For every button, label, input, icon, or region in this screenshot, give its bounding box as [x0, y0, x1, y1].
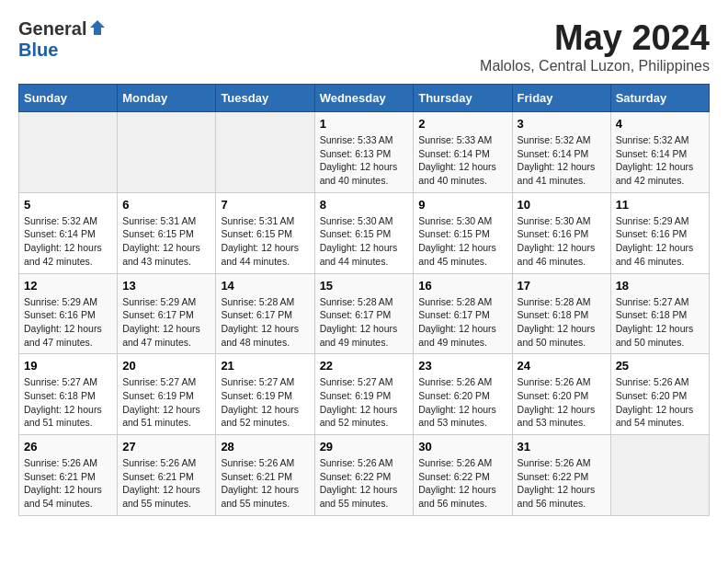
- calendar-cell: 7Sunrise: 5:31 AM Sunset: 6:15 PM Daylig…: [216, 192, 314, 273]
- column-header-thursday: Thursday: [414, 85, 512, 112]
- day-info: Sunrise: 5:26 AM Sunset: 6:21 PM Dayligh…: [221, 456, 309, 511]
- header-row: SundayMondayTuesdayWednesdayThursdayFrid…: [19, 85, 710, 112]
- day-info: Sunrise: 5:31 AM Sunset: 6:15 PM Dayligh…: [122, 214, 210, 269]
- day-info: Sunrise: 5:28 AM Sunset: 6:17 PM Dayligh…: [221, 295, 309, 350]
- calendar-cell: 26Sunrise: 5:26 AM Sunset: 6:21 PM Dayli…: [19, 435, 118, 516]
- day-info: Sunrise: 5:29 AM Sunset: 6:16 PM Dayligh…: [616, 214, 704, 269]
- calendar-cell: 3Sunrise: 5:32 AM Sunset: 6:14 PM Daylig…: [512, 112, 610, 193]
- day-info: Sunrise: 5:26 AM Sunset: 6:22 PM Dayligh…: [418, 456, 506, 511]
- day-number: 29: [320, 440, 409, 454]
- day-info: Sunrise: 5:28 AM Sunset: 6:17 PM Dayligh…: [320, 295, 409, 350]
- day-info: Sunrise: 5:30 AM Sunset: 6:15 PM Dayligh…: [418, 214, 506, 269]
- logo-blue: Blue: [18, 40, 58, 61]
- calendar-cell: 10Sunrise: 5:30 AM Sunset: 6:16 PM Dayli…: [512, 192, 610, 273]
- day-number: 24: [518, 359, 606, 373]
- location: Malolos, Central Luzon, Philippines: [480, 58, 710, 75]
- day-info: Sunrise: 5:27 AM Sunset: 6:19 PM Dayligh…: [122, 375, 210, 430]
- day-number: 27: [122, 440, 210, 454]
- calendar-cell: 22Sunrise: 5:27 AM Sunset: 6:19 PM Dayli…: [314, 354, 414, 435]
- day-number: 21: [221, 359, 309, 373]
- calendar-cell: 18Sunrise: 5:27 AM Sunset: 6:18 PM Dayli…: [610, 273, 709, 354]
- day-number: 14: [221, 279, 309, 293]
- week-row-5: 26Sunrise: 5:26 AM Sunset: 6:21 PM Dayli…: [19, 435, 710, 516]
- day-number: 28: [221, 440, 309, 454]
- day-number: 17: [518, 279, 606, 293]
- day-number: 20: [122, 359, 210, 373]
- column-header-saturday: Saturday: [610, 85, 709, 112]
- day-number: 22: [320, 359, 409, 373]
- day-number: 10: [518, 198, 606, 212]
- column-header-tuesday: Tuesday: [216, 85, 314, 112]
- calendar-cell: 15Sunrise: 5:28 AM Sunset: 6:17 PM Dayli…: [314, 273, 414, 354]
- calendar-cell: 13Sunrise: 5:29 AM Sunset: 6:17 PM Dayli…: [118, 273, 216, 354]
- calendar-cell: [118, 112, 216, 193]
- day-number: 25: [616, 359, 704, 373]
- day-number: 26: [24, 440, 112, 454]
- calendar-cell: 31Sunrise: 5:26 AM Sunset: 6:22 PM Dayli…: [512, 435, 610, 516]
- day-number: 2: [418, 117, 506, 131]
- calendar-cell: 16Sunrise: 5:28 AM Sunset: 6:17 PM Dayli…: [414, 273, 512, 354]
- day-number: 15: [320, 279, 409, 293]
- week-row-4: 19Sunrise: 5:27 AM Sunset: 6:18 PM Dayli…: [19, 354, 710, 435]
- week-row-2: 5Sunrise: 5:32 AM Sunset: 6:14 PM Daylig…: [19, 192, 710, 273]
- day-number: 9: [418, 198, 506, 212]
- day-info: Sunrise: 5:26 AM Sunset: 6:22 PM Dayligh…: [320, 456, 409, 511]
- day-info: Sunrise: 5:33 AM Sunset: 6:14 PM Dayligh…: [418, 133, 506, 188]
- day-info: Sunrise: 5:27 AM Sunset: 6:19 PM Dayligh…: [221, 375, 309, 430]
- calendar-cell: 6Sunrise: 5:31 AM Sunset: 6:15 PM Daylig…: [118, 192, 216, 273]
- week-row-3: 12Sunrise: 5:29 AM Sunset: 6:16 PM Dayli…: [19, 273, 710, 354]
- day-number: 5: [24, 198, 112, 212]
- day-number: 31: [518, 440, 606, 454]
- day-info: Sunrise: 5:26 AM Sunset: 6:20 PM Dayligh…: [418, 375, 506, 430]
- day-info: Sunrise: 5:27 AM Sunset: 6:18 PM Dayligh…: [616, 295, 704, 350]
- calendar-cell: 19Sunrise: 5:27 AM Sunset: 6:18 PM Dayli…: [19, 354, 118, 435]
- logo-general: General: [18, 18, 86, 40]
- calendar-cell: 2Sunrise: 5:33 AM Sunset: 6:14 PM Daylig…: [414, 112, 512, 193]
- calendar-cell: 23Sunrise: 5:26 AM Sunset: 6:20 PM Dayli…: [414, 354, 512, 435]
- day-info: Sunrise: 5:32 AM Sunset: 6:14 PM Dayligh…: [24, 214, 112, 269]
- day-info: Sunrise: 5:30 AM Sunset: 6:16 PM Dayligh…: [518, 214, 606, 269]
- calendar-table: SundayMondayTuesdayWednesdayThursdayFrid…: [18, 84, 710, 516]
- calendar-cell: 5Sunrise: 5:32 AM Sunset: 6:14 PM Daylig…: [19, 192, 118, 273]
- day-info: Sunrise: 5:28 AM Sunset: 6:17 PM Dayligh…: [418, 295, 506, 350]
- day-number: 3: [518, 117, 606, 131]
- month-title: May 2024: [480, 18, 710, 58]
- day-number: 1: [320, 117, 409, 131]
- calendar-cell: 8Sunrise: 5:30 AM Sunset: 6:15 PM Daylig…: [314, 192, 414, 273]
- day-number: 8: [320, 198, 409, 212]
- day-number: 6: [122, 198, 210, 212]
- logo-icon: [88, 18, 107, 37]
- day-number: 23: [418, 359, 506, 373]
- calendar-cell: 4Sunrise: 5:32 AM Sunset: 6:14 PM Daylig…: [610, 112, 709, 193]
- column-header-monday: Monday: [118, 85, 216, 112]
- calendar-cell: [19, 112, 118, 193]
- column-header-wednesday: Wednesday: [314, 85, 414, 112]
- day-info: Sunrise: 5:28 AM Sunset: 6:18 PM Dayligh…: [518, 295, 606, 350]
- day-number: 13: [122, 279, 210, 293]
- calendar-cell: 9Sunrise: 5:30 AM Sunset: 6:15 PM Daylig…: [414, 192, 512, 273]
- day-number: 4: [616, 117, 704, 131]
- day-info: Sunrise: 5:33 AM Sunset: 6:13 PM Dayligh…: [320, 133, 409, 188]
- day-info: Sunrise: 5:32 AM Sunset: 6:14 PM Dayligh…: [518, 133, 606, 188]
- calendar-cell: 24Sunrise: 5:26 AM Sunset: 6:20 PM Dayli…: [512, 354, 610, 435]
- day-info: Sunrise: 5:26 AM Sunset: 6:22 PM Dayligh…: [518, 456, 606, 511]
- day-info: Sunrise: 5:29 AM Sunset: 6:17 PM Dayligh…: [122, 295, 210, 350]
- day-info: Sunrise: 5:30 AM Sunset: 6:15 PM Dayligh…: [320, 214, 409, 269]
- svg-marker-0: [90, 20, 105, 35]
- calendar-cell: [610, 435, 709, 516]
- calendar-cell: 20Sunrise: 5:27 AM Sunset: 6:19 PM Dayli…: [118, 354, 216, 435]
- day-info: Sunrise: 5:31 AM Sunset: 6:15 PM Dayligh…: [221, 214, 309, 269]
- calendar-cell: 25Sunrise: 5:26 AM Sunset: 6:20 PM Dayli…: [610, 354, 709, 435]
- calendar-cell: 14Sunrise: 5:28 AM Sunset: 6:17 PM Dayli…: [216, 273, 314, 354]
- day-info: Sunrise: 5:26 AM Sunset: 6:20 PM Dayligh…: [616, 375, 704, 430]
- calendar-cell: 11Sunrise: 5:29 AM Sunset: 6:16 PM Dayli…: [610, 192, 709, 273]
- calendar-cell: 29Sunrise: 5:26 AM Sunset: 6:22 PM Dayli…: [314, 435, 414, 516]
- calendar-cell: 1Sunrise: 5:33 AM Sunset: 6:13 PM Daylig…: [314, 112, 414, 193]
- day-info: Sunrise: 5:26 AM Sunset: 6:21 PM Dayligh…: [24, 456, 112, 511]
- title-block: May 2024 Malolos, Central Luzon, Philipp…: [480, 18, 710, 75]
- day-info: Sunrise: 5:26 AM Sunset: 6:21 PM Dayligh…: [122, 456, 210, 511]
- day-number: 16: [418, 279, 506, 293]
- day-number: 19: [24, 359, 112, 373]
- day-info: Sunrise: 5:32 AM Sunset: 6:14 PM Dayligh…: [616, 133, 704, 188]
- day-info: Sunrise: 5:27 AM Sunset: 6:19 PM Dayligh…: [320, 375, 409, 430]
